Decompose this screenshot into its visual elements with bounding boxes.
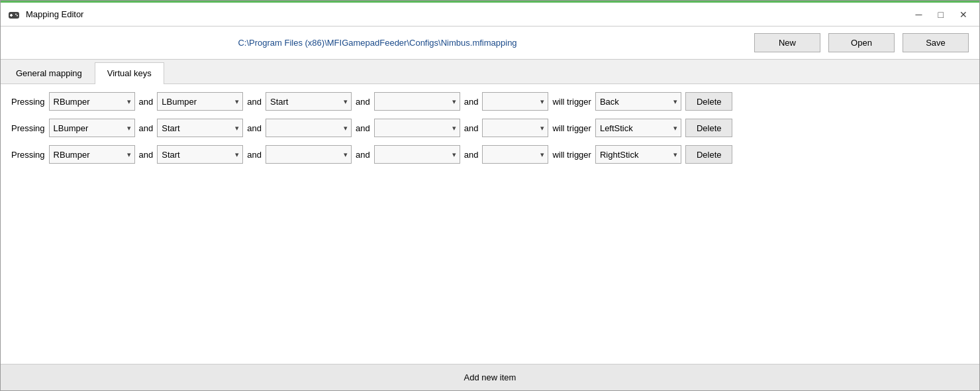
and-label-1c: and xyxy=(356,97,370,107)
select-row3-press5[interactable] xyxy=(482,145,548,164)
select-row2-trigger[interactable]: LeftStick Back RightStick xyxy=(595,119,681,137)
tab-general-mapping[interactable]: General mapping xyxy=(3,62,95,84)
and-label-1a: and xyxy=(139,97,154,107)
combo-row1-press5[interactable]: RBumper xyxy=(482,92,548,111)
file-path: C:\Program Files (x86)\MFIGamepadFeeder\… xyxy=(238,38,516,48)
and-label-1d: and xyxy=(464,97,479,107)
minimize-button[interactable]: ─ xyxy=(910,9,928,21)
mapping-row: Pressing RBumper LBumper Start and Start… xyxy=(11,145,969,164)
combo-row3-press1[interactable]: RBumper LBumper Start xyxy=(49,145,135,164)
select-row2-press2[interactable]: Start RBumper LBumper xyxy=(157,119,243,137)
and-label-2b: and xyxy=(247,123,262,133)
title-bar-left: Mapping Editor xyxy=(7,8,83,21)
combo-row2-trigger[interactable]: LeftStick Back RightStick xyxy=(595,119,681,137)
and-label-1b: and xyxy=(247,97,262,107)
pressing-label-1: Pressing xyxy=(11,97,45,107)
select-row1-press5[interactable]: RBumper xyxy=(482,92,548,111)
combo-row1-press4[interactable]: RBumper LBumper xyxy=(374,92,460,111)
combo-row2-press2[interactable]: Start RBumper LBumper xyxy=(157,119,243,137)
and-label-3a: and xyxy=(139,150,154,160)
title-bar: Mapping Editor ─ □ ✕ xyxy=(1,3,979,27)
select-row3-press4[interactable] xyxy=(374,145,460,164)
will-trigger-label-3: will trigger xyxy=(552,150,591,160)
pressing-label-3: Pressing xyxy=(11,150,45,160)
combo-row3-trigger[interactable]: RightStick Back LeftStick xyxy=(595,145,681,164)
main-window: Mapping Editor ─ □ ✕ C:\Program Files (x… xyxy=(0,0,980,391)
tab-bar: General mapping Virtual keys xyxy=(1,60,979,84)
delete-button-1[interactable]: Delete xyxy=(685,92,733,111)
select-row1-trigger[interactable]: Back LeftStick RightStick xyxy=(595,92,681,111)
toolbar: C:\Program Files (x86)\MFIGamepadFeeder\… xyxy=(1,27,979,60)
svg-rect-2 xyxy=(10,15,13,16)
delete-button-3[interactable]: Delete xyxy=(685,145,733,164)
mapping-row: Pressing RBumper LBumper Start Back ABXY… xyxy=(11,92,969,111)
combo-row2-press3[interactable]: Start xyxy=(266,119,352,137)
combo-row2-press5[interactable] xyxy=(482,119,548,137)
content-area: Pressing RBumper LBumper Start Back ABXY… xyxy=(1,84,979,364)
mapping-row: Pressing LBumper RBumper Start and Start… xyxy=(11,119,969,137)
select-row1-press1[interactable]: RBumper LBumper Start Back ABXY xyxy=(49,92,135,111)
and-label-3b: and xyxy=(247,150,262,160)
select-row2-press3[interactable]: Start xyxy=(266,119,352,137)
svg-point-4 xyxy=(17,15,18,16)
combo-row2-press1[interactable]: LBumper RBumper Start xyxy=(49,119,135,137)
close-button[interactable]: ✕ xyxy=(954,9,973,21)
tab-virtual-keys[interactable]: Virtual keys xyxy=(95,62,164,84)
select-row2-press5[interactable] xyxy=(482,119,548,137)
combo-row3-press3[interactable]: Start xyxy=(266,145,352,164)
svg-point-3 xyxy=(15,13,17,15)
new-button[interactable]: New xyxy=(754,33,820,52)
select-row2-press1[interactable]: LBumper RBumper Start xyxy=(49,119,135,137)
pressing-label-2: Pressing xyxy=(11,123,45,133)
select-row1-press2[interactable]: LBumper RBumper Start xyxy=(157,92,243,111)
combo-row1-press1[interactable]: RBumper LBumper Start Back ABXY xyxy=(49,92,135,111)
combo-row3-press2[interactable]: Start RBumper LBumper xyxy=(157,145,243,164)
combo-row1-press3[interactable]: Start RBumper LBumper xyxy=(266,92,352,111)
combo-row2-press4[interactable] xyxy=(374,119,460,137)
and-label-2a: and xyxy=(139,123,154,133)
toolbar-buttons: New Open Save xyxy=(754,33,969,52)
save-button[interactable]: Save xyxy=(903,33,969,52)
and-label-2d: and xyxy=(464,123,479,133)
select-row1-press4[interactable]: RBumper LBumper xyxy=(374,92,460,111)
bottom-bar: Add new item xyxy=(1,364,979,390)
select-row1-press3[interactable]: Start RBumper LBumper xyxy=(266,92,352,111)
will-trigger-label-2: will trigger xyxy=(552,123,591,133)
combo-row1-trigger[interactable]: Back LeftStick RightStick xyxy=(595,92,681,111)
combo-row3-press5[interactable] xyxy=(482,145,548,164)
and-label-3d: and xyxy=(464,150,479,160)
select-row2-press4[interactable] xyxy=(374,119,460,137)
add-new-item-button[interactable]: Add new item xyxy=(6,370,974,385)
window-title: Mapping Editor xyxy=(26,9,83,19)
and-label-2c: and xyxy=(356,123,370,133)
select-row3-press1[interactable]: RBumper LBumper Start xyxy=(49,145,135,164)
title-bar-controls: ─ □ ✕ xyxy=(910,9,973,21)
select-row3-press2[interactable]: Start RBumper LBumper xyxy=(157,145,243,164)
delete-button-2[interactable]: Delete xyxy=(685,119,733,137)
app-icon xyxy=(7,8,21,21)
will-trigger-label-1: will trigger xyxy=(552,97,591,107)
combo-row3-press4[interactable] xyxy=(374,145,460,164)
and-label-3c: and xyxy=(356,150,370,160)
combo-row1-press2[interactable]: LBumper RBumper Start xyxy=(157,92,243,111)
open-button[interactable]: Open xyxy=(828,33,895,52)
select-row3-press3[interactable]: Start xyxy=(266,145,352,164)
select-row3-trigger[interactable]: RightStick Back LeftStick xyxy=(595,145,681,164)
maximize-button[interactable]: □ xyxy=(933,9,949,21)
